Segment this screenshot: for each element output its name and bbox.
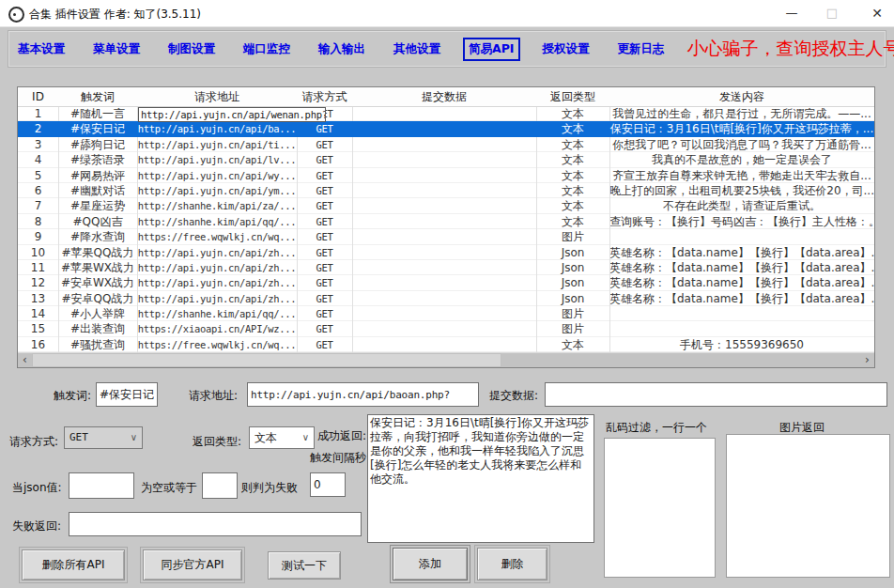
table-row-16[interactable]: 16#骚扰查询https://free.wqwlkj.cn/wq...GET文本… (18, 337, 874, 352)
cell-rtype: 文本 (536, 152, 609, 167)
cell-content: 英雄名称：【data.name】【换行】【data.area】... (609, 260, 874, 275)
cell-url: http://api.yujn.cn/api/zh... (137, 245, 297, 260)
cell-content: 晚上打的回家，出租司机要25块钱，我还价20，司... (609, 183, 874, 198)
cell-submit (352, 152, 536, 167)
cell-id: 9 (18, 229, 58, 244)
table-row-13[interactable]: 13#安卓QQ战力http://api.yujn.cn/api/zh...GET… (18, 291, 874, 306)
cell-trigger: #QQ凶吉 (58, 214, 137, 229)
tab-item-7[interactable]: 简易API (463, 38, 520, 61)
tab-item-8[interactable]: 授权设置 (537, 38, 595, 61)
table-row-8[interactable]: 8#QQ凶吉http://shanhe.kim/api/qq/...GET文本查… (18, 214, 874, 229)
tab-item-2[interactable]: 菜单设置 (87, 38, 146, 61)
cell-method: GET (297, 214, 352, 229)
cell-method: GET (297, 306, 352, 321)
cell-content: 齐宣王放弃自尊来求钟无艳，带她走出天牢去救自... (609, 168, 874, 183)
trigger-interval-input[interactable] (310, 472, 346, 497)
delete-button[interactable]: 删除 (477, 548, 547, 580)
cell-method: GET (297, 183, 352, 198)
garble-filter-label: 乱码过滤，一行一个 (606, 420, 707, 436)
request-method-label: 请求方式: (0, 434, 58, 450)
request-method-select[interactable]: GET ∨ (64, 426, 143, 449)
cell-trigger: #安卓WX战力 (58, 275, 137, 290)
cell-content: 查询账号：【换行】号码凶吉：【换行】主人性格：。 (609, 214, 874, 229)
cell-rtype: 图片 (536, 229, 609, 244)
trigger-interval-label: 触发间隔秒 (303, 450, 366, 466)
tab-bar: 基本设置菜单设置制图设置端口监控输入输出其他设置简易API授权设置更新日志小心骗… (8, 30, 886, 68)
cell-submit (352, 275, 536, 290)
image-return-textarea[interactable] (726, 434, 890, 578)
minimize-button[interactable]: — (776, 0, 808, 26)
cell-submit (352, 229, 536, 244)
tab-item-4[interactable]: 端口监控 (238, 38, 296, 61)
request-url-input[interactable] (247, 382, 479, 407)
h-scrollbar[interactable]: ‹ › (18, 352, 874, 367)
cell-rtype: 文本 (536, 121, 609, 136)
cell-rtype: 文本 (536, 137, 609, 152)
column-header: 提交数据 (352, 87, 536, 106)
submit-data-input[interactable] (545, 382, 887, 407)
cell-url: http://shanhe.kim/api/qq/... (137, 306, 297, 321)
column-header: 返回类型 (536, 87, 609, 106)
table-row-3[interactable]: 3#舔狗日记http://api.yujn.cn/api/ti...GET文本你… (18, 137, 874, 152)
tab-item-3[interactable]: 制图设置 (162, 38, 221, 61)
scam-warning-text: 小心骗子，查询授权主人号是不是你的 (687, 37, 894, 61)
equals-value-input[interactable] (202, 472, 238, 499)
return-type-select[interactable]: 文本 ∨ (249, 426, 315, 449)
table-row-12[interactable]: 12#安卓WX战力http://api.yujn.cn/api/zh...GET… (18, 275, 874, 290)
tab-item-6[interactable]: 其他设置 (388, 38, 446, 61)
sync-official-api-button[interactable]: 同步官方API (143, 549, 242, 580)
url-tooltip: http://api.yujn.cn/api/wenan.php? (138, 107, 326, 122)
test-button[interactable]: 测试一下 (268, 551, 341, 580)
table-row-7[interactable]: 7#星座运势http://shanhe.kim/api/za/...GET文本不… (18, 198, 874, 213)
fail-return-input[interactable] (69, 512, 362, 536)
table-row-15[interactable]: 15#出装查询https://xiaoapi.cn/API/wz...GET图片 (18, 321, 874, 336)
table-row-14[interactable]: 14#小人举牌http://shanhe.kim/api/qq/...GET图片 (18, 306, 874, 321)
garble-filter-textarea[interactable] (604, 438, 716, 578)
window-title: 合集 插件设置 作者: 知了(3.5.11) (29, 7, 201, 23)
fail-return-label: 失败返回: (12, 518, 61, 534)
cell-rtype: 文本 (536, 337, 609, 352)
api-table: ID触发词请求地址请求方式提交数据返回类型发送内容 1#随机一言GET文本我曾见… (17, 86, 875, 368)
scroll-left-icon[interactable]: ‹ (18, 353, 32, 367)
empty-or-equals-label: 为空或等于 (141, 480, 197, 496)
cell-trigger: #安卓QQ战力 (58, 291, 137, 306)
table-row-2[interactable]: 2#保安日记http://api.yujn.cn/api/ba...GET文本保… (18, 121, 874, 136)
json-value-input[interactable] (69, 472, 134, 499)
close-button[interactable]: ✕ (861, 0, 893, 26)
success-return-textarea[interactable]: 保安日记：3月16日\t晴[换行]你又开这玛莎拉蒂，向我打招呼，我知道你旁边做的… (367, 414, 594, 543)
trigger-word-input[interactable] (96, 382, 158, 407)
cell-url: http://api.yujn.cn/api/lv... (137, 152, 297, 167)
cell-submit (352, 260, 536, 275)
scrollbar-thumb[interactable] (32, 353, 501, 367)
cell-method: GET (297, 337, 352, 352)
success-return-label: 成功返回: (308, 428, 366, 444)
cell-trigger: #骚扰查询 (58, 337, 137, 352)
scroll-right-icon[interactable]: › (860, 353, 874, 367)
table-row-4[interactable]: 4#绿茶语录http://api.yujn.cn/api/lv...GET文本我… (18, 152, 874, 167)
table-row-6[interactable]: 6#幽默对话http://api.yujn.cn/api/ym...GET文本晚… (18, 183, 874, 198)
cell-url: http://api.yujn.cn/api/zh... (137, 260, 297, 275)
table-row-5[interactable]: 5#网易热评http://api.yujn.cn/api/wy...GET文本齐… (18, 168, 874, 183)
window-titlebar: 合集 插件设置 作者: 知了(3.5.11) — □ ✕ (0, 0, 894, 27)
column-header: ID (18, 87, 58, 106)
tab-item-9[interactable]: 更新日志 (612, 38, 670, 61)
cell-trigger: #保安日记 (58, 121, 137, 136)
delete-all-api-button[interactable]: 删除所有API (22, 549, 125, 580)
cell-id: 1 (18, 106, 58, 121)
table-row-9[interactable]: 9#降水查询https://free.wqwlkj.cn/wq...GET图片 (18, 229, 874, 244)
tab-item-5[interactable]: 输入输出 (313, 38, 371, 61)
cell-method: GET (297, 168, 352, 183)
cell-submit (352, 106, 536, 121)
cell-trigger: #苹果QQ战力 (58, 245, 137, 260)
cell-submit (352, 337, 536, 352)
tab-item-1[interactable]: 基本设置 (12, 38, 70, 61)
table-row-10[interactable]: 10#苹果QQ战力http://api.yujn.cn/api/zh...GET… (18, 245, 874, 260)
cell-content: 我真的不是故意的，她一定是误会了 (609, 152, 874, 167)
cell-submit (352, 321, 536, 336)
cell-url: https://free.wqwlkj.cn/wq... (137, 229, 297, 244)
add-button[interactable]: 添加 (393, 548, 468, 580)
cell-content: 英雄名称：【data.name】【换行】【data.area】... (609, 291, 874, 306)
cell-url: http://shanhe.kim/api/za/... (137, 198, 297, 213)
table-row-11[interactable]: 11#苹果WX战力http://api.yujn.cn/api/zh...GET… (18, 260, 874, 275)
cell-trigger: #星座运势 (58, 198, 137, 213)
